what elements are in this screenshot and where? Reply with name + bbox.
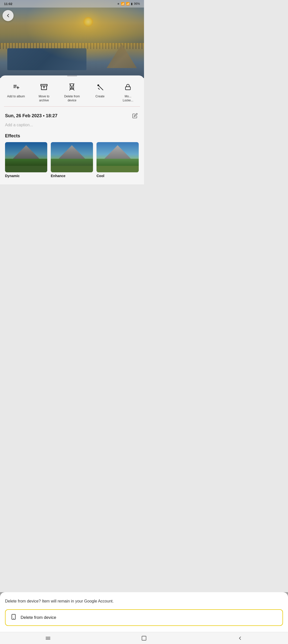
bluetooth-icon: ∗ [117, 2, 120, 6]
action-create[interactable]: Create [90, 82, 110, 99]
svg-rect-5 [41, 85, 47, 86]
effects-title: Effects [5, 133, 139, 139]
move-to-archive-icon [38, 82, 50, 93]
svg-rect-14 [126, 87, 131, 90]
bottom-sheet: Add to album Move toarchive [0, 75, 144, 184]
signal-icon: 📶 [126, 2, 130, 6]
delete-from-device-label: Delete fromdevice [64, 95, 80, 102]
move-to-archive-label: Move toarchive [39, 95, 50, 102]
effects-section: Effects Dynamic [0, 132, 144, 182]
battery-icon: ▮ [131, 2, 133, 6]
effect-dynamic-thumb [5, 142, 47, 172]
effect-cool-thumb [97, 142, 139, 172]
delete-from-device-icon [66, 82, 77, 93]
action-delete-from-device[interactable]: Delete fromdevice [62, 82, 82, 102]
svg-line-13 [98, 88, 100, 90]
move-to-locked-label: Mo...Locke... [123, 95, 133, 102]
action-add-to-album[interactable]: Add to album [6, 82, 26, 99]
photo-view [0, 0, 144, 78]
caption-area[interactable]: Add a caption... [0, 122, 144, 132]
photo-date: Sun, 26 Feb 2023 • 18:27 [5, 113, 57, 118]
create-icon [94, 82, 106, 93]
back-button[interactable] [3, 10, 14, 21]
battery-percent: 96% [134, 2, 140, 6]
add-to-album-label: Add to album [7, 95, 25, 99]
effects-row: Dynamic Enhance [5, 142, 139, 178]
effect-enhance[interactable]: Enhance [51, 142, 93, 178]
actions-row: Add to album Move toarchive [0, 80, 144, 106]
status-time: 11:02 [4, 2, 12, 6]
effect-dynamic-label: Dynamic [5, 174, 20, 178]
sheet-handle [67, 75, 77, 76]
wifi-icon: 📶 [121, 2, 125, 6]
effect-cool-label: Cool [97, 174, 104, 178]
add-to-album-icon [11, 82, 22, 93]
status-bar: 11:02 ∗ 📶 📶 ▮ 96% [0, 0, 144, 8]
effect-cool[interactable]: Cool [97, 142, 139, 178]
create-label: Create [95, 95, 105, 99]
effect-enhance-label: Enhance [51, 174, 65, 178]
photo-overlay [0, 0, 144, 78]
status-icons: ∗ 📶 📶 ▮ 96% [117, 2, 140, 6]
caption-placeholder[interactable]: Add a caption... [5, 123, 33, 127]
effect-enhance-thumb [51, 142, 93, 172]
date-section: Sun, 26 Feb 2023 • 18:27 [0, 107, 144, 122]
effect-dynamic[interactable]: Dynamic [5, 142, 47, 178]
move-to-locked-icon [122, 82, 133, 93]
edit-date-button[interactable] [131, 112, 139, 120]
action-move-to-archive[interactable]: Move toarchive [34, 82, 54, 102]
action-move-to-locked[interactable]: Mo...Locke... [118, 82, 138, 102]
